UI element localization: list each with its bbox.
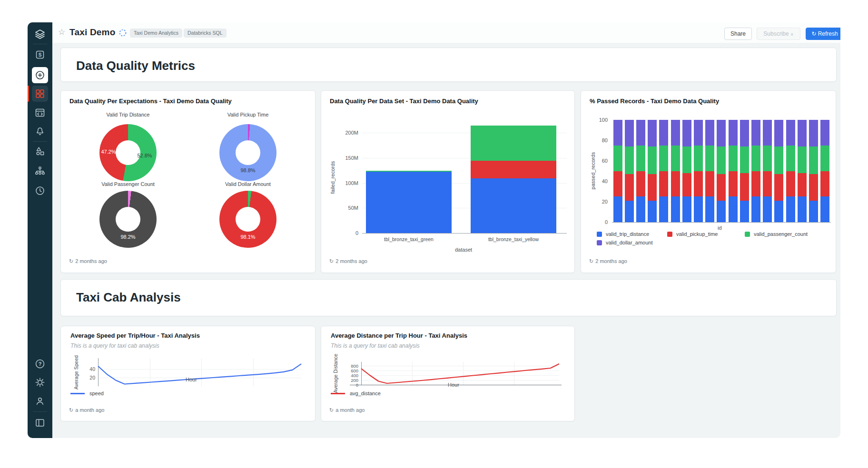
bar-segment (705, 171, 714, 197)
bar-segment (717, 174, 726, 201)
y-tick-label: 0 (593, 219, 608, 225)
bar-segment (809, 201, 818, 222)
sidebar-active-indicator (28, 86, 29, 102)
bar-segment (636, 171, 645, 197)
workspace-s-icon: S (34, 49, 46, 60)
bar-segment (729, 146, 738, 171)
panel-average-distance: Average Distance per Trip Hour - Taxi An… (321, 326, 575, 421)
bar-segment (740, 146, 749, 173)
legend-item[interactable]: speed (70, 390, 104, 396)
svg-text:S: S (39, 52, 42, 58)
bar-segment (809, 146, 818, 174)
section-title: Taxi Cab Analysis (76, 290, 181, 305)
tag-badge: Databricks SQL (184, 29, 227, 38)
plus-circle-icon (34, 69, 46, 81)
bar-segment (751, 146, 760, 171)
refresh-button[interactable]: ↻ Refresh (806, 28, 840, 40)
bar-segment (613, 196, 622, 222)
bar-segment (613, 120, 622, 146)
sidebar-divider (33, 411, 47, 412)
donut-hole (116, 207, 140, 232)
bar-segment (786, 120, 795, 146)
legend-swatch (597, 232, 602, 237)
y-tick-label: 100 (593, 117, 608, 123)
bar-segment (717, 146, 726, 174)
bar-segment (636, 146, 645, 171)
donut-chart-title: Valid Passenger Count (101, 181, 155, 187)
legend-item[interactable]: avg_distance (331, 390, 381, 396)
bar-segment (774, 120, 783, 146)
bar-segment (786, 146, 795, 171)
panel-average-speed: Average Speed per Trip/Hour - Taxi Analy… (60, 326, 316, 421)
bar-segment (705, 196, 714, 222)
sidebar-item-dashboards[interactable] (32, 86, 48, 102)
y-tick-label: 0 (325, 230, 358, 236)
bar-segment (648, 201, 657, 222)
sidebar-item-panel-toggle[interactable] (32, 415, 48, 431)
bar-segment (694, 171, 703, 197)
bar-segment (774, 146, 783, 174)
sql-editor-icon (34, 107, 46, 118)
subscribe-button[interactable]: Subscribe ∨ (757, 28, 800, 40)
donut-hole (236, 207, 260, 232)
bar-segment (820, 120, 829, 146)
bar-segment (705, 120, 714, 146)
panel-toggle-icon (34, 417, 46, 429)
sidebar-item-create[interactable] (32, 67, 48, 83)
bar-segment (694, 120, 703, 146)
page: S (0, 0, 868, 468)
donut-value-label: 98.8% (240, 167, 255, 173)
legend-item[interactable]: valid_trip_distance (597, 231, 667, 237)
bar-segment (820, 171, 829, 197)
share-button[interactable]: Share (724, 28, 752, 40)
x-axis-line (612, 222, 831, 223)
panel-updated: ↻2 months ago (329, 258, 367, 264)
sidebar-item-user[interactable] (32, 393, 48, 409)
favorite-star-icon[interactable]: ☆ (58, 28, 65, 37)
sidebar-item-home[interactable] (32, 26, 48, 42)
section-title: Data Quality Metrics (76, 58, 195, 73)
bar-segment (659, 196, 668, 222)
legend-item[interactable]: valid_pickup_time (667, 231, 745, 237)
top-bar: ☆ Taxi Demo Taxi Demo Analytics Databric… (52, 22, 840, 43)
bar-segment (671, 120, 680, 146)
bar-segment (740, 173, 749, 201)
sidebar-item-lineage[interactable] (32, 163, 48, 179)
bar-segment (694, 146, 703, 171)
y-axis-title: Average Speed (73, 355, 79, 390)
bar-segment (636, 196, 645, 222)
donut-chart-title: Valid Pickup Time (227, 112, 269, 117)
sidebar-item-workspace[interactable]: S (32, 47, 48, 63)
sidebar-item-settings[interactable] (32, 374, 48, 390)
section-header-card: Taxi Cab Analysis (60, 279, 837, 316)
legend-item[interactable]: valid_passenger_count (745, 231, 808, 237)
panel-title: Data Quality Per Data Set - Taxi Demo Da… (330, 98, 478, 105)
legend-swatch (597, 240, 602, 245)
sidebar-item-queries[interactable] (32, 143, 48, 159)
legend-line-swatch (70, 393, 85, 394)
panel-data-quality-per-expectations: Data Quality Per Expectations - Taxi Dem… (60, 90, 316, 273)
panel-title: % Passed Records - Taxi Demo Data Qualit… (590, 98, 719, 105)
bar-segment (729, 196, 738, 222)
sidebar-item-alerts[interactable] (32, 123, 48, 139)
legend-label: avg_distance (350, 390, 381, 396)
refresh-icon: ↻ (329, 258, 334, 264)
y-tick-label: 20 (593, 199, 608, 205)
user-icon (34, 395, 46, 407)
sidebar-item-help[interactable]: ? (32, 356, 48, 372)
y-tick-label: 150M (325, 155, 358, 161)
sidebar-item-sql-editor[interactable] (32, 105, 48, 121)
sidebar: S (28, 22, 52, 438)
sidebar-item-query-history[interactable] (32, 183, 48, 199)
bar-segment (659, 120, 668, 146)
legend-item[interactable]: valid_dollar_amount (597, 240, 667, 245)
donut-hole (236, 140, 260, 165)
legend-label: valid_trip_distance (606, 231, 649, 237)
svg-text:?: ? (39, 361, 42, 367)
legend-label: valid_dollar_amount (606, 240, 652, 245)
y-axis-title: Average Distance (333, 354, 338, 393)
bar-segment (625, 174, 634, 201)
y-tick-label: 50M (325, 205, 358, 211)
bar-segment (671, 146, 680, 171)
panel-updated: ↻2 months ago (589, 258, 627, 264)
